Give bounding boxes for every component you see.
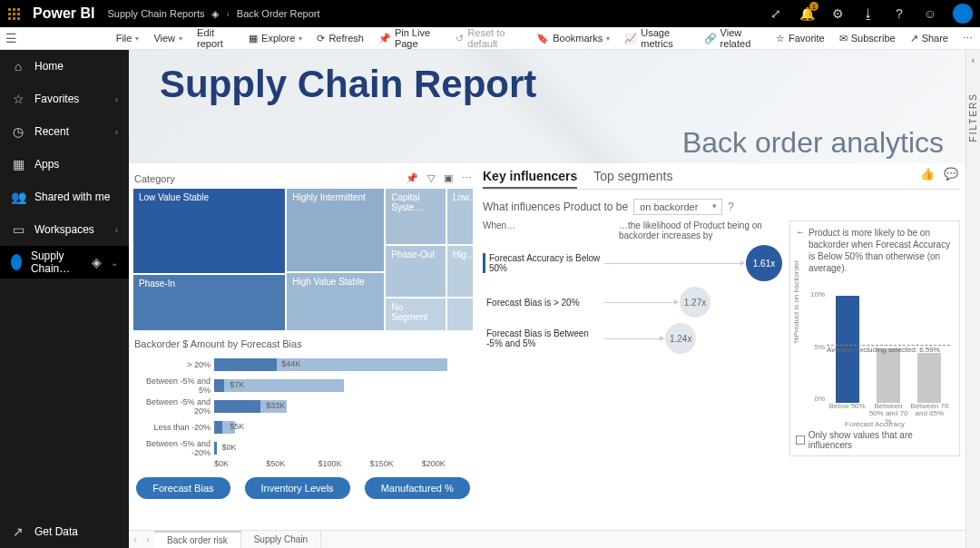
ki-detail-panel: ←Product is more likely to be on backord… [789,220,960,456]
ki-question: What influences Product to be [483,201,628,213]
tab-key-influencers[interactable]: Key influencers [483,169,577,189]
mini-bar [917,353,941,403]
nav-recent[interactable]: ◷Recent› [0,115,129,148]
thumbs-up-icon[interactable]: 👍 [920,167,935,181]
explore-icon: ▦ [249,33,258,44]
share-button[interactable]: ↗Share [903,27,956,49]
tab-next-icon[interactable]: › [142,534,154,544]
filters-pane-collapsed[interactable]: ‹ FILTERS [965,50,980,548]
report-subtitle: Back order analytics [682,126,944,160]
filter-icon[interactable]: ▽ [427,172,435,184]
focus-icon[interactable]: ▣ [444,172,453,184]
nav-get-data[interactable]: ↗Get Data [0,515,129,548]
feedback-smile-icon[interactable]: ☺ [915,0,946,27]
help-icon[interactable]: ? [728,201,734,213]
mail-icon: ✉ [839,33,848,44]
refresh-button[interactable]: ⟳Refresh [309,27,371,49]
category-treemap[interactable]: Low Value Stable Phase-In Highly Intermi… [132,188,474,331]
pill-row: Forecast Bias Inventory Levels Manufactu… [132,477,474,499]
treemap-cell[interactable]: Low… [446,188,474,245]
category-visual-header: Category 📌 ▽ ▣ ⋯ [132,169,474,188]
user-avatar[interactable] [953,4,973,24]
crumb-workspace[interactable]: Supply Chain Reports [107,8,204,19]
tab-top-segments[interactable]: Top segments [593,169,672,189]
treemap-cell[interactable]: Phase-In [132,274,286,331]
help-icon[interactable]: ? [884,0,915,27]
treemap-cell[interactable]: Highly Intermittent [286,188,385,272]
people-icon: 👥 [11,190,25,204]
treemap-cell[interactable]: Phase-Out [391,250,440,293]
key-influencers-visual[interactable]: 👍💬 Key influencers Top segments What inf… [475,163,965,530]
ki-target-dropdown[interactable]: on backorder [633,199,722,215]
nav-toggle-icon[interactable]: ☰ [0,31,22,45]
page-tabs: ‹ › Back order risk Supply Chain [129,530,965,548]
category-label: Category [134,173,175,184]
download-icon[interactable]: ⭳ [853,0,884,27]
expand-icon[interactable]: ⤢ [760,0,791,27]
treemap-cell[interactable] [446,298,474,331]
treemap-cell[interactable]: Low Value Stable [132,188,286,274]
ki-mini-column-chart[interactable]: 10%5%0% %Product is on backorder Average… [796,281,954,426]
chevron-left-icon[interactable]: ‹ [966,50,980,65]
subscribe-button[interactable]: ✉Subscribe [832,27,903,49]
nav-current-workspace[interactable]: Supply Chain…◈⌄ [0,246,129,279]
brand-label: Power BI [33,5,94,22]
ki-bubble: 1.27x [680,287,710,318]
pill-forecast-bias[interactable]: Forecast Bias [136,477,230,499]
ki-factor[interactable]: Forecast Bias is Between -5% and 5% [483,328,601,348]
notifications-icon[interactable]: 🔔1 [791,0,822,27]
file-menu[interactable]: File▾ [109,27,147,49]
workspace-badge-icon [11,254,22,270]
refresh-icon: ⟳ [317,33,325,44]
related-button[interactable]: 🔗View related [697,27,769,49]
pill-inventory[interactable]: Inventory Levels [245,477,350,499]
app-launcher[interactable] [0,0,27,27]
pin-icon: 📌 [378,33,391,44]
chart-icon: 📈 [624,33,637,44]
backorder-bar-chart[interactable]: > 20%$44K Between -5% and 5%$7K Between … [132,351,474,470]
avg-line: Average excluding selected: 6.59% [827,345,950,354]
ki-bubble: 1.61x [746,245,782,281]
treemap-cell[interactable]: High Value Stable [286,272,385,331]
more-icon[interactable]: ⋯ [462,172,472,184]
more-icon[interactable]: ⋯ [956,27,980,49]
view-menu[interactable]: View▾ [146,27,190,49]
bookmarks-menu[interactable]: 🔖Bookmarks▾ [529,27,617,49]
comment-icon[interactable]: 💬 [944,167,958,181]
page-tab[interactable]: Supply Chain [241,531,321,548]
nav-workspaces[interactable]: ▭Workspaces› [0,213,129,246]
ki-factor[interactable]: Forecast Bias is > 20% [483,298,601,308]
ki-detail-title: Product is more likely to be on backorde… [808,227,954,274]
pin-icon[interactable]: 📌 [406,172,418,184]
usage-button[interactable]: 📈Usage metrics [617,27,696,49]
nav-home[interactable]: ⌂Home [0,50,129,83]
favorite-button[interactable]: ☆Favorite [769,27,832,49]
chevron-right-icon: › [115,225,118,235]
apps-icon: ▦ [11,157,25,171]
tab-prev-icon[interactable]: ‹ [129,534,142,544]
nav-apps[interactable]: ▦Apps [0,148,129,181]
explore-menu[interactable]: ▦Explore▾ [241,27,309,49]
pill-manufactured[interactable]: Manufactured % [365,477,470,499]
treemap-cell[interactable]: No Segment [385,298,446,331]
page-tab[interactable]: Back order risk [154,531,241,548]
treemap-cell[interactable]: Hig… [446,245,474,298]
certified-icon: ◈ [92,255,102,269]
crumb-report[interactable]: Back Order Report [237,8,320,19]
only-show-checkbox[interactable] [796,435,805,445]
nav-shared[interactable]: 👥Shared with me [0,181,129,213]
ki-factor[interactable]: Forecast Accuracy is Below 50% [483,253,601,273]
treemap-cell[interactable]: Capital Syste… [391,192,440,240]
report-header: Supply Chain Report Back order analytics [129,50,965,163]
command-bar: ☰ File▾ View▾ Edit report ▦Explore▾ ⟳Ref… [0,27,980,50]
pin-button[interactable]: 📌Pin Live Page [371,27,448,49]
nav-favorites[interactable]: ☆Favorites› [0,83,129,115]
certified-icon: ◈ [211,8,219,20]
settings-gear-icon[interactable]: ⚙ [822,0,853,27]
edit-report-button[interactable]: Edit report [190,27,241,49]
getdata-icon: ↗ [11,524,25,539]
bar-chart-title: Backorder $ Amount by Forecast Bias [132,337,474,351]
reset-button[interactable]: ↺Reset to default [448,27,529,49]
suite-header: Power BI Supply Chain Reports ◈ › Back O… [0,0,980,27]
ki-bubble: 1.24x [665,323,696,354]
